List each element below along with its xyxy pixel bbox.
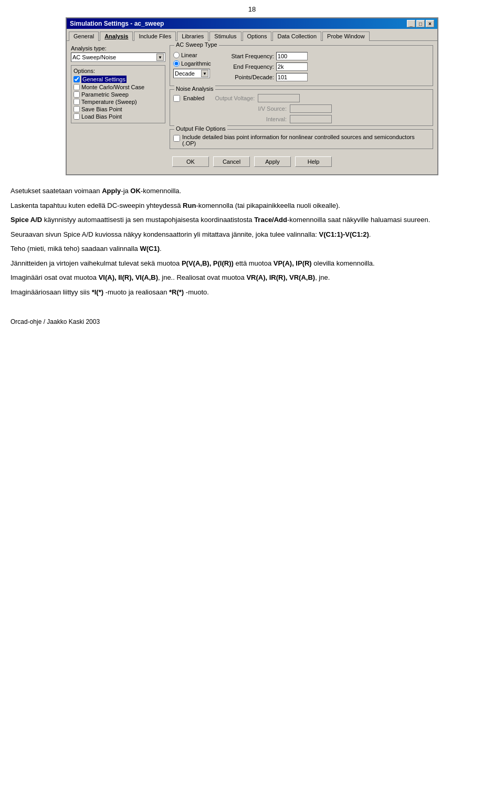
- dialog-content: Analysis type: AC Sweep/Noise ▼ Options:…: [67, 41, 437, 174]
- dialog-body: Analysis type: AC Sweep/Noise ▼ Options:…: [71, 45, 433, 152]
- tab-general[interactable]: General: [69, 31, 99, 41]
- option-save-bias-point[interactable]: Save Bias Point: [74, 106, 163, 112]
- points-label: Points/Decade:: [216, 74, 274, 80]
- option-temperature-sweep-checkbox[interactable]: [74, 99, 80, 105]
- interval-row: Interval:: [173, 115, 429, 123]
- option-general-settings[interactable]: General Settings: [74, 76, 163, 83]
- close-button[interactable]: ×: [426, 20, 434, 27]
- right-panel: AC Sweep Type Linear Logarithmic: [170, 45, 433, 152]
- noise-enabled-row: Enabled Output Voltage:: [173, 94, 429, 102]
- option-load-bias-label: Load Bias Point: [81, 113, 122, 120]
- analysis-type-select[interactable]: AC Sweep/Noise ▼: [71, 52, 165, 62]
- decade-row: Decade ▼: [173, 69, 211, 78]
- paragraph-8: Imaginääriosaan liittyy siis *I(*) -muot…: [10, 287, 494, 298]
- footer: Orcad-ohje / Jaakko Kaski 2003: [10, 318, 494, 325]
- tab-options[interactable]: Options: [243, 31, 272, 41]
- output-voltage-label: Output Voltage:: [207, 95, 255, 101]
- iv-source-label: I/V Source:: [239, 106, 287, 112]
- paragraph-3: Spice A/D käynnistyy automaattisesti ja …: [10, 215, 494, 225]
- ok-button[interactable]: OK: [172, 156, 209, 167]
- left-panel: Analysis type: AC Sweep/Noise ▼ Options:…: [71, 45, 165, 152]
- noise-enabled-label: Enabled: [183, 95, 204, 101]
- output-file-title: Output File Options: [174, 125, 227, 132]
- tab-probe-window[interactable]: Probe Window: [322, 31, 370, 41]
- iv-source-input[interactable]: [290, 104, 332, 113]
- dialog-title: Simulation Settings - ac_sweep: [70, 20, 164, 27]
- tab-libraries[interactable]: Libraries: [177, 31, 208, 41]
- sweep-type-title: AC Sweep Type: [174, 41, 219, 48]
- maximize-button[interactable]: □: [416, 20, 425, 27]
- start-freq-row: Start Frequency: 100: [216, 52, 429, 60]
- options-group: Options: General Settings Monte Carlo/Wo…: [71, 65, 165, 123]
- tab-analysis[interactable]: Analysis: [100, 31, 133, 41]
- option-parametric-sweep[interactable]: Parametric Sweep: [74, 91, 163, 98]
- radio-logarithmic-input[interactable]: [173, 60, 180, 67]
- interval-input[interactable]: [290, 115, 332, 123]
- option-parametric-sweep-label: Parametric Sweep: [81, 91, 129, 98]
- page-number: 18: [10, 5, 494, 13]
- radio-linear-label: Linear: [181, 52, 197, 58]
- radio-logarithmic-label: Logarithmic: [181, 60, 211, 67]
- output-checkbox-row: Include detailed bias point information …: [173, 134, 429, 146]
- paragraph-6: Jännitteiden ja virtojen vaihekulmat tul…: [10, 258, 494, 269]
- decade-value: Decade: [175, 70, 195, 77]
- option-save-bias-label: Save Bias Point: [81, 106, 122, 112]
- points-row: Points/Decade: 101: [216, 73, 429, 81]
- output-checkbox-label: Include detailed bias point information …: [182, 134, 429, 146]
- radio-logarithmic[interactable]: Logarithmic: [173, 60, 211, 67]
- output-voltage-input[interactable]: [258, 94, 300, 102]
- option-temperature-sweep[interactable]: Temperature (Sweep): [74, 99, 163, 105]
- option-general-settings-checkbox[interactable]: [74, 76, 80, 82]
- end-freq-row: End Frequency: 2k: [216, 62, 429, 71]
- output-file-options-group: Output File Options Include detailed bia…: [170, 129, 433, 149]
- option-temperature-sweep-label: Temperature (Sweep): [81, 99, 137, 105]
- analysis-type-label: Analysis type:: [71, 45, 165, 51]
- output-checkbox[interactable]: [173, 135, 180, 142]
- option-parametric-sweep-checkbox[interactable]: [74, 91, 80, 98]
- option-monte-carlo[interactable]: Monte Carlo/Worst Case: [74, 84, 163, 90]
- paragraph-2: Laskenta tapahtuu kuten edellä DC-sweepi…: [10, 201, 494, 211]
- analysis-type-value: AC Sweep/Noise: [72, 54, 116, 60]
- help-button[interactable]: Help: [295, 156, 332, 167]
- options-label: Options:: [74, 68, 163, 74]
- titlebar-buttons: _ □ ×: [407, 20, 434, 27]
- sweep-type-row: Linear Logarithmic Decade ▼: [173, 48, 429, 83]
- points-input[interactable]: 101: [276, 73, 308, 81]
- end-freq-input[interactable]: 2k: [276, 62, 308, 71]
- analysis-type-arrow[interactable]: ▼: [156, 54, 164, 61]
- noise-enabled-checkbox[interactable]: [173, 95, 180, 102]
- tab-data-collection[interactable]: Data Collection: [272, 31, 321, 41]
- tab-include-files[interactable]: Include Files: [134, 31, 176, 41]
- radio-linear[interactable]: Linear: [173, 52, 211, 58]
- paragraph-4: Seuraavan sivun Spice A/D kuviossa näkyy…: [10, 229, 494, 240]
- minimize-button[interactable]: _: [407, 20, 415, 27]
- noise-analysis-group: Noise Analysis Enabled Output Voltage: I…: [170, 89, 433, 126]
- dialog-buttons: OK Cancel Apply Help: [71, 152, 433, 170]
- dialog-titlebar: Simulation Settings - ac_sweep _ □ ×: [67, 18, 437, 29]
- iv-source-row: I/V Source:: [173, 104, 429, 113]
- option-load-bias-point[interactable]: Load Bias Point: [74, 113, 163, 120]
- option-monte-carlo-checkbox[interactable]: [74, 84, 80, 90]
- sweep-radio-group: Linear Logarithmic Decade ▼: [173, 48, 211, 78]
- paragraph-5: Teho (mieti, mikä teho) saadaan valinnal…: [10, 244, 494, 254]
- start-freq-input[interactable]: 100: [276, 52, 308, 60]
- interval-label: Interval:: [239, 116, 287, 122]
- apply-button[interactable]: Apply: [254, 156, 291, 167]
- start-freq-label: Start Frequency:: [216, 53, 274, 59]
- sweep-type-group: AC Sweep Type Linear Logarithmic: [170, 45, 433, 86]
- decade-select[interactable]: Decade ▼: [173, 69, 210, 78]
- paragraph-1: Asetukset saatetaan voimaan Apply-ja OK-…: [10, 186, 494, 196]
- dialog-tabs: General Analysis Include Files Libraries…: [67, 29, 437, 41]
- option-load-bias-checkbox[interactable]: [74, 113, 80, 120]
- option-monte-carlo-label: Monte Carlo/Worst Case: [81, 84, 144, 90]
- end-freq-label: End Frequency:: [216, 64, 274, 70]
- noise-analysis-title: Noise Analysis: [174, 86, 215, 92]
- radio-group: Linear Logarithmic: [173, 52, 211, 67]
- tab-stimulus[interactable]: Stimulus: [209, 31, 241, 41]
- cancel-button[interactable]: Cancel: [213, 156, 250, 167]
- radio-linear-input[interactable]: [173, 52, 180, 58]
- decade-arrow[interactable]: ▼: [201, 70, 208, 77]
- freq-fields: Start Frequency: 100 End Frequency: 2k P…: [216, 52, 429, 83]
- option-save-bias-checkbox[interactable]: [74, 106, 80, 112]
- simulation-settings-dialog: Simulation Settings - ac_sweep _ □ × Gen…: [66, 17, 438, 175]
